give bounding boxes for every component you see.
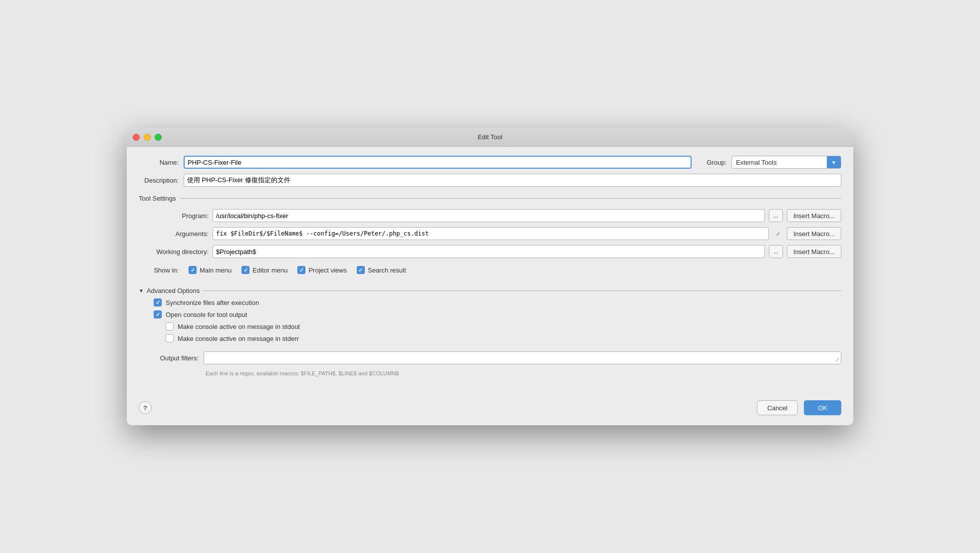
description-label: Description: <box>139 177 179 184</box>
ok-button[interactable]: OK <box>804 400 841 415</box>
editor-menu-checkbox-item: Editor menu <box>242 266 287 274</box>
advanced-options-label: Advanced Options <box>147 287 200 294</box>
close-button[interactable] <box>133 134 140 141</box>
advanced-divider-line <box>203 290 841 291</box>
dialog-body: Name: Group: External Tools ▼ Descriptio… <box>127 147 853 384</box>
description-input[interactable] <box>184 174 841 187</box>
open-console-label: Open console for tool output <box>166 311 247 318</box>
advanced-section: ▼ Advanced Options Synchronize files aft… <box>139 284 841 342</box>
sync-files-label: Synchronize files after execution <box>166 299 259 306</box>
cancel-button[interactable]: Cancel <box>757 400 798 415</box>
console-stderr-checkbox[interactable] <box>166 334 174 342</box>
output-filters-hint: Each line is a regex, available macros: … <box>206 370 841 376</box>
group-label: Group: <box>707 159 727 166</box>
console-stdout-label: Make console active on message in stdout <box>178 323 300 330</box>
console-stderr-row: Make console active on message in stderr <box>166 334 841 342</box>
search-result-checkbox-item: Search result <box>357 266 406 274</box>
working-dir-label: Working directory: <box>144 248 209 256</box>
open-console-row: Open console for tool output <box>154 310 841 318</box>
program-insert-macro-button[interactable]: Insert Macro... <box>787 209 841 222</box>
project-views-label: Project views <box>308 267 347 274</box>
editor-menu-label: Editor menu <box>252 267 287 274</box>
search-result-label: Search result <box>368 267 406 274</box>
description-row: Description: <box>139 174 841 187</box>
console-stderr-label: Make console active on message in stderr <box>178 335 299 342</box>
collapse-arrow-icon[interactable]: ▼ <box>139 288 144 293</box>
working-dir-row: Working directory: ... Insert Macro... <box>144 245 841 258</box>
working-dir-input[interactable] <box>213 245 765 258</box>
group-select[interactable]: External Tools ▼ <box>732 156 841 169</box>
program-row: Program: ... Insert Macro... <box>144 209 841 222</box>
dialog-title: Edit Tool <box>478 133 502 141</box>
footer-buttons: Cancel OK <box>757 400 841 415</box>
console-stdout-row: Make console active on message in stdout <box>166 322 841 330</box>
show-in-row: Show in: Main menu Editor menu Project v… <box>139 266 841 274</box>
output-filters-row: Output filters: ⤢ <box>139 351 841 364</box>
minimize-button[interactable] <box>144 134 151 141</box>
advanced-options-content: Synchronize files after execution Open c… <box>154 298 841 342</box>
arguments-expand-icon: ⤢ <box>773 229 783 239</box>
window-controls <box>133 134 162 141</box>
group-section: Group: External Tools ▼ <box>707 156 841 169</box>
name-group-row: Name: Group: External Tools ▼ <box>139 156 841 169</box>
output-filters-wrap: ⤢ <box>204 351 841 364</box>
main-menu-checkbox[interactable] <box>189 266 197 274</box>
arguments-row: Arguments: ⤢ Insert Macro... <box>144 227 841 240</box>
output-filters-label: Output filters: <box>139 354 199 362</box>
divider-line <box>180 198 841 199</box>
edit-tool-dialog: Edit Tool Name: Group: External Tools ▼ … <box>127 128 853 425</box>
working-dir-insert-macro-button[interactable]: Insert Macro... <box>787 245 841 258</box>
group-select-arrow-icon: ▼ <box>827 156 841 168</box>
program-input[interactable] <box>213 209 765 222</box>
show-in-label: Show in: <box>139 267 179 274</box>
advanced-options-header: ▼ Advanced Options <box>139 287 841 294</box>
output-filters-input[interactable] <box>204 351 841 364</box>
main-menu-label: Main menu <box>200 267 232 274</box>
editor-menu-checkbox[interactable] <box>242 266 249 274</box>
search-result-checkbox[interactable] <box>357 266 365 274</box>
console-stdout-checkbox[interactable] <box>166 322 174 330</box>
tool-settings-label: Tool Settings <box>139 195 176 202</box>
arguments-input[interactable] <box>213 227 769 240</box>
arguments-insert-macro-button[interactable]: Insert Macro... <box>787 227 841 240</box>
project-views-checkbox[interactable] <box>297 266 305 274</box>
main-menu-checkbox-item: Main menu <box>189 266 232 274</box>
dialog-footer: ? Cancel OK <box>127 394 853 425</box>
sync-files-row: Synchronize files after execution <box>154 298 841 306</box>
open-console-checkbox[interactable] <box>154 310 162 318</box>
name-label: Name: <box>139 159 179 166</box>
tool-settings-divider: Tool Settings <box>139 195 841 202</box>
name-section: Name: <box>139 156 692 169</box>
group-select-text: External Tools <box>732 158 827 167</box>
help-button[interactable]: ? <box>139 401 152 414</box>
title-bar: Edit Tool <box>127 128 853 147</box>
maximize-button[interactable] <box>155 134 162 141</box>
program-label: Program: <box>144 212 209 220</box>
name-input[interactable] <box>184 156 692 169</box>
project-views-checkbox-item: Project views <box>297 266 347 274</box>
arguments-label: Arguments: <box>144 230 209 238</box>
output-expand-icon: ⤢ <box>835 357 839 362</box>
sync-files-checkbox[interactable] <box>154 298 162 306</box>
program-ellipsis-button[interactable]: ... <box>769 209 783 222</box>
working-dir-ellipsis-button[interactable]: ... <box>769 245 783 258</box>
